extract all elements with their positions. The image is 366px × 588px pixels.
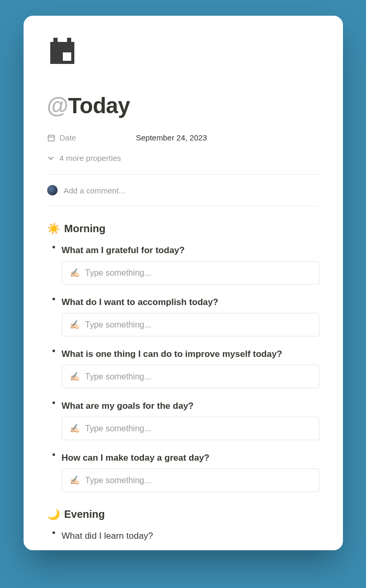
writing-hand-icon: ✍🏻 [70, 320, 80, 330]
prompt-input[interactable]: ✍🏻 Type something... [62, 313, 319, 336]
svg-rect-2 [67, 38, 71, 44]
evening-prompts-list: What did I learn today? [47, 528, 319, 547]
svg-rect-4 [48, 135, 54, 141]
avatar [47, 185, 58, 195]
morning-prompts-list: What am I grateful for today? ✍🏻 Type so… [47, 242, 319, 492]
list-item: What did I learn today? [47, 528, 319, 547]
add-comment-row[interactable]: Add a comment... [47, 175, 319, 206]
chevron-down-icon [47, 155, 54, 162]
list-item: What are my goals for the day? ✍🏻 Type s… [47, 398, 319, 440]
property-date-label: Date [47, 133, 136, 142]
prompt-label: What are my goals for the day? [62, 398, 319, 417]
property-date-value[interactable]: September 24, 2023 [136, 133, 207, 142]
input-placeholder: Type something... [85, 424, 151, 433]
property-date-row[interactable]: Date September 24, 2023 [47, 133, 319, 142]
section-title-morning: Morning [64, 223, 106, 235]
prompt-label: What do I want to accomplish today? [62, 294, 319, 313]
more-properties-toggle[interactable]: 4 more properties [47, 154, 319, 175]
page-title[interactable]: @Today [47, 93, 319, 118]
prompt-label: What did I learn today? [62, 528, 319, 547]
moon-icon: 🌙 [47, 508, 60, 520]
page-card: @Today Date September 24, 2023 4 mo [24, 16, 343, 550]
list-item: What am I grateful for today? ✍🏻 Type so… [47, 242, 319, 285]
prompt-label: What am I grateful for today? [62, 242, 319, 261]
calendar-icon [47, 37, 319, 67]
prompt-label: What is one thing I can do to improve my… [62, 346, 319, 365]
input-placeholder: Type something... [85, 268, 151, 278]
prompt-label: How can I make today a great day? [62, 450, 319, 469]
svg-rect-3 [63, 52, 71, 61]
input-placeholder: Type something... [85, 320, 151, 330]
writing-hand-icon: ✍🏻 [70, 372, 80, 382]
comment-placeholder: Add a comment... [64, 186, 126, 195]
list-item: What is one thing I can do to improve my… [47, 346, 319, 388]
input-placeholder: Type something... [85, 372, 151, 382]
input-placeholder: Type something... [85, 476, 151, 485]
calendar-small-icon [47, 134, 56, 142]
list-item: What do I want to accomplish today? ✍🏻 T… [47, 294, 319, 336]
section-title-evening: Evening [64, 508, 105, 520]
writing-hand-icon: ✍🏻 [70, 423, 80, 433]
sun-icon: ☀️ [47, 222, 60, 235]
prompt-input[interactable]: ✍🏻 Type something... [62, 417, 319, 440]
prompt-input[interactable]: ✍🏻 Type something... [62, 469, 319, 492]
prompt-input[interactable]: ✍🏻 Type something... [62, 261, 319, 285]
prompt-input[interactable]: ✍🏻 Type something... [62, 365, 319, 388]
title-at-symbol: @ [47, 93, 68, 118]
writing-hand-icon: ✍🏻 [70, 475, 80, 485]
writing-hand-icon: ✍🏻 [70, 268, 80, 278]
section-header-evening: 🌙 Evening [47, 508, 319, 520]
section-header-morning: ☀️ Morning [47, 222, 319, 235]
title-text: Today [68, 93, 130, 118]
svg-rect-1 [53, 38, 58, 44]
more-properties-label: 4 more properties [60, 154, 121, 162]
page-content: @Today Date September 24, 2023 4 mo [24, 16, 343, 547]
list-item: How can I make today a great day? ✍🏻 Typ… [47, 450, 319, 492]
